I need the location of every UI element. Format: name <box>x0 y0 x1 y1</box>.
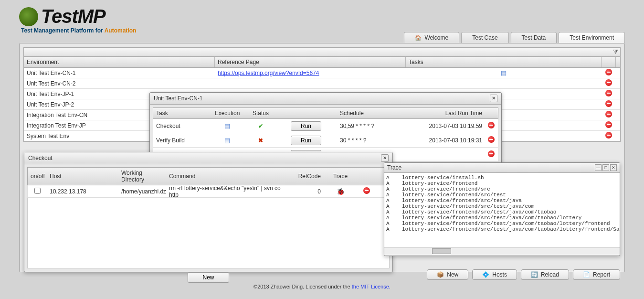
delete-icon[interactable] <box>605 100 612 107</box>
filter-icon[interactable]: ⧩ <box>613 48 618 56</box>
task-name: Verify Build <box>153 135 208 146</box>
home-icon <box>415 34 422 41</box>
delete-icon[interactable] <box>363 187 370 194</box>
env-cell: Unit Test Env-CN-2 <box>24 79 215 88</box>
tab-testdata[interactable]: Test Data <box>511 32 557 43</box>
col-reference: Reference Page <box>215 57 406 67</box>
delete-icon[interactable] <box>488 150 495 157</box>
hosts-icon: 💠 <box>482 271 489 278</box>
box-icon: 📦 <box>437 271 444 278</box>
task-row: Checkout▤✔Run30,59 * * * * ?2013-07-03 1… <box>153 119 498 133</box>
close-icon[interactable]: ✕ <box>381 154 389 162</box>
filter-bar: ⧩ <box>23 47 621 57</box>
col-environment: Environment <box>24 57 215 67</box>
bug-icon[interactable]: 🐞 <box>337 188 345 195</box>
ref-cell <box>215 83 406 85</box>
task-name: Checkout <box>153 121 208 131</box>
reload-icon: 🔄 <box>531 271 538 278</box>
close-icon[interactable]: ✕ <box>490 95 497 102</box>
checkout-dialog-title: Checkout <box>28 155 53 161</box>
delete-icon[interactable] <box>605 79 612 86</box>
task-grid-header: Task Execution Status Schedule Last Run … <box>153 107 498 119</box>
delete-icon[interactable] <box>605 69 612 75</box>
delete-icon[interactable] <box>488 136 495 143</box>
env-cell: Unit Test Env-CN-1 <box>24 69 215 77</box>
reload-button[interactable]: 🔄Reload <box>521 269 569 280</box>
onoff-checkbox[interactable] <box>34 188 41 194</box>
maximize-icon[interactable]: □ <box>602 164 609 171</box>
bottom-toolbar: 📦New 💠Hosts 🔄Reload 📄Report <box>427 269 620 280</box>
lastrun-cell <box>413 153 485 157</box>
schedule-cell: 30 * * * * ? <box>337 135 413 146</box>
logo-brand: TestMP <box>41 6 106 27</box>
task-row: Verify Build▤✖Run30 * * * * ?2013-07-03 … <box>153 133 498 148</box>
run-button[interactable]: Run <box>291 121 321 131</box>
trace-dialog: Trace — □ ✕ A lottery-service/install.sh… <box>384 162 620 256</box>
tab-welcome[interactable]: Welcome <box>404 32 459 43</box>
delete-icon[interactable] <box>488 122 495 128</box>
tab-testcase[interactable]: Test Case <box>461 32 508 43</box>
close-icon[interactable]: ✕ <box>610 164 617 171</box>
trace-scrollbar[interactable] <box>384 247 620 254</box>
tasks-cell <box>406 83 602 85</box>
document-icon[interactable]: ▤ <box>501 69 507 76</box>
host-cell: 10.232.13.178 <box>47 186 118 197</box>
env-grid-header: Environment Reference Page Tasks <box>24 57 620 68</box>
tab-testenv[interactable]: Test Environment <box>559 32 625 43</box>
delete-icon[interactable] <box>605 90 612 96</box>
delete-icon[interactable] <box>605 121 612 128</box>
new-button[interactable]: 📦New <box>427 269 468 280</box>
delete-icon[interactable] <box>605 111 612 117</box>
env-row[interactable]: Unit Test Env-CN-2 <box>24 78 620 89</box>
document-icon[interactable]: ▤ <box>224 137 230 144</box>
checkout-dialog: Checkout ✕ on/off Host Working Directory… <box>24 152 393 272</box>
cmd-cell: rm -rf lottery-service&&echo "yes\n" | s… <box>166 183 290 200</box>
run-button[interactable]: Run <box>291 136 321 145</box>
schedule-cell: 30,59 * * * * ? <box>337 121 413 131</box>
checkout-row: 10.232.13.178 /home/yuanzhi.dz rm -rf lo… <box>27 185 390 198</box>
wd-cell: /home/yuanzhi.dz <box>118 186 166 197</box>
tasks-cell: ▤ <box>406 68 602 77</box>
report-button[interactable]: 📄Report <box>573 269 620 280</box>
lastrun-cell: 2013-07-03 10:19:59 <box>413 121 485 131</box>
ref-cell: https://ops.testmp.org/view?envId=5674 <box>215 69 406 77</box>
delete-icon[interactable] <box>605 132 612 139</box>
checkout-grid-body <box>27 198 390 268</box>
col-actions <box>602 57 616 67</box>
trace-dialog-title: Trace <box>387 164 401 171</box>
ref-link[interactable]: https://ops.testmp.org/view?envId=5674 <box>218 70 319 76</box>
logo-icon <box>19 7 38 26</box>
lastrun-cell: 2013-07-03 10:19:31 <box>413 135 485 146</box>
report-icon: 📄 <box>583 271 590 278</box>
task-dialog-title: Unit Test Env-CN-1 <box>154 95 202 102</box>
x-icon: ✖ <box>258 137 263 144</box>
new-button[interactable]: New <box>188 272 229 283</box>
env-row[interactable]: Unit Test Env-CN-1https://ops.testmp.org… <box>24 68 620 78</box>
logo-area: TestMP Test Management Platform for Auto… <box>19 6 625 34</box>
col-tasks: Tasks <box>406 57 602 67</box>
hosts-button[interactable]: 💠Hosts <box>472 269 517 280</box>
check-icon: ✔ <box>258 123 263 129</box>
document-icon[interactable]: ▤ <box>224 122 230 129</box>
retcode-cell: 0 <box>290 186 324 197</box>
minimize-icon[interactable]: — <box>595 164 602 171</box>
trace-output[interactable]: A lottery-service/install.sh A lottery-s… <box>384 173 620 247</box>
